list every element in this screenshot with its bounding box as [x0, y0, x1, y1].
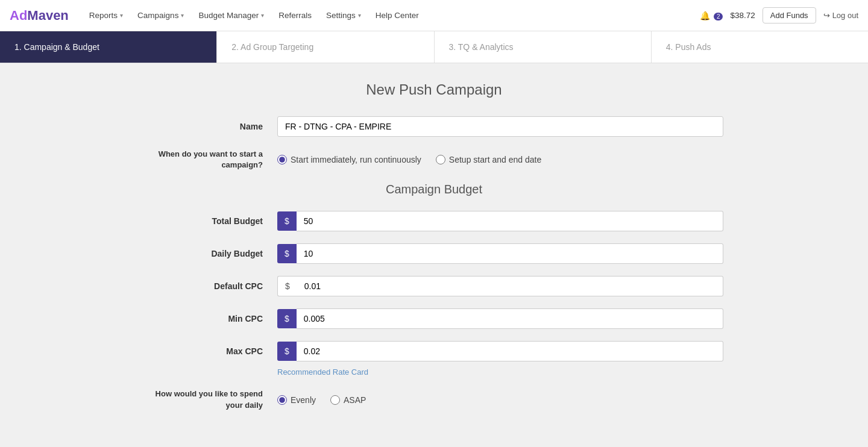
nav-budget-manager[interactable]: Budget Manager ▾: [192, 7, 270, 23]
bell-icon: 🔔: [700, 11, 710, 20]
nav-campaigns-label: Campaigns: [137, 11, 178, 20]
radio-evenly-input[interactable]: [277, 395, 287, 405]
recommended-rate-card-link[interactable]: Recommended Rate Card: [277, 367, 723, 377]
nav-campaigns[interactable]: Campaigns ▾: [131, 7, 190, 23]
nav-reports-arrow: ▾: [120, 12, 123, 19]
radio-evenly-label: Evenly: [291, 395, 316, 405]
nav-referrals[interactable]: Referrals: [272, 7, 318, 23]
wizard-steps: 1. Campaign & Budget 2. Ad Group Targeti…: [0, 31, 868, 63]
radio-setup[interactable]: Setup start and end date: [436, 155, 541, 164]
wizard-step-4[interactable]: 4. Push Ads: [652, 31, 868, 63]
min-cpc-input[interactable]: [297, 308, 723, 329]
name-row: Name: [145, 116, 723, 137]
min-cpc-row: Min CPC $: [145, 308, 723, 329]
add-funds-button[interactable]: Add Funds: [763, 7, 816, 23]
daily-budget-label: Daily Budget: [145, 249, 277, 258]
radio-immediately-label: Start immediately, run continuously: [291, 155, 421, 164]
nav-budget-manager-label: Budget Manager: [198, 11, 259, 20]
budget-section-title: Campaign Budget: [145, 183, 723, 196]
max-cpc-input[interactable]: [297, 341, 723, 361]
logout-button[interactable]: ↪ Log out: [823, 11, 858, 20]
radio-asap[interactable]: ASAP: [330, 395, 366, 405]
radio-immediately[interactable]: Start immediately, run continuously: [277, 155, 421, 164]
campaign-form: Name When do you want to start a campaig…: [145, 116, 723, 411]
default-cpc-label: Default CPC: [145, 281, 277, 291]
min-cpc-prefix: $: [277, 309, 297, 328]
total-budget-label: Total Budget: [145, 216, 277, 226]
total-budget-control: $: [277, 211, 723, 231]
nav-campaigns-arrow: ▾: [181, 12, 184, 19]
wizard-step-1[interactable]: 1. Campaign & Budget: [0, 31, 217, 63]
radio-evenly[interactable]: Evenly: [277, 395, 316, 405]
nav-referrals-label: Referrals: [278, 11, 312, 20]
when-row: When do you want to start a campaign? St…: [145, 149, 723, 170]
default-cpc-control: $: [277, 276, 723, 296]
when-radio-group: Start immediately, run continuously Setu…: [277, 155, 723, 164]
daily-budget-control: $: [277, 243, 723, 264]
default-cpc-prefix: $: [277, 276, 297, 296]
nav-help-center[interactable]: Help Center: [370, 7, 425, 23]
daily-budget-row: Daily Budget $: [145, 243, 723, 264]
how-spend-label: How would you like to spend your daily: [145, 389, 277, 410]
nav-links: Reports ▾ Campaigns ▾ Budget Manager ▾ R…: [83, 7, 700, 23]
radio-asap-label: ASAP: [344, 395, 366, 405]
radio-asap-input[interactable]: [330, 395, 340, 405]
total-budget-input[interactable]: [297, 211, 723, 231]
logo[interactable]: AdMaven: [10, 8, 69, 23]
radio-setup-input[interactable]: [436, 155, 445, 164]
wizard-step-3[interactable]: 3. TQ & Analytics: [435, 31, 652, 63]
notification-badge: 2: [714, 13, 723, 20]
name-control: [277, 116, 723, 137]
min-cpc-control: $: [277, 308, 723, 329]
daily-budget-input[interactable]: [297, 243, 723, 264]
notifications-bell[interactable]: 🔔 2: [700, 11, 723, 20]
nav-settings-arrow: ▾: [358, 12, 361, 19]
page-title: New Push Campaign: [145, 81, 723, 98]
logout-icon: ↪: [823, 11, 830, 20]
nav-reports-label: Reports: [89, 11, 118, 20]
spend-row: How would you like to spend your daily E…: [145, 389, 723, 410]
max-cpc-prefix: $: [277, 342, 297, 361]
default-cpc-input[interactable]: [297, 276, 723, 296]
radio-setup-label: Setup start and end date: [449, 155, 541, 164]
total-budget-row: Total Budget $: [145, 211, 723, 231]
total-budget-prefix: $: [277, 211, 297, 231]
min-cpc-label: Min CPC: [145, 314, 277, 324]
nav-settings[interactable]: Settings ▾: [320, 7, 367, 23]
max-cpc-row: Max CPC $: [145, 341, 723, 361]
nav-help-center-label: Help Center: [376, 11, 419, 20]
navbar: AdMaven Reports ▾ Campaigns ▾ Budget Man…: [0, 0, 868, 31]
max-cpc-label: Max CPC: [145, 346, 277, 356]
max-cpc-control: $: [277, 341, 723, 361]
account-balance: $38.72: [730, 11, 755, 20]
nav-budget-manager-arrow: ▾: [261, 12, 264, 19]
nav-reports[interactable]: Reports ▾: [83, 7, 129, 23]
logout-label: Log out: [832, 11, 858, 20]
spend-radio-group: Evenly ASAP: [277, 395, 723, 405]
wizard-step-2[interactable]: 2. Ad Group Targeting: [217, 31, 434, 63]
radio-immediately-input[interactable]: [277, 155, 287, 164]
name-label: Name: [145, 122, 277, 131]
name-input[interactable]: [277, 116, 723, 137]
daily-budget-prefix: $: [277, 244, 297, 263]
default-cpc-row: Default CPC $: [145, 276, 723, 296]
when-label: When do you want to start a campaign?: [145, 149, 277, 170]
nav-settings-label: Settings: [326, 11, 356, 20]
nav-right: 🔔 2 $38.72 Add Funds ↪ Log out: [700, 7, 858, 23]
main-content: New Push Campaign Name When do you want …: [133, 63, 735, 441]
